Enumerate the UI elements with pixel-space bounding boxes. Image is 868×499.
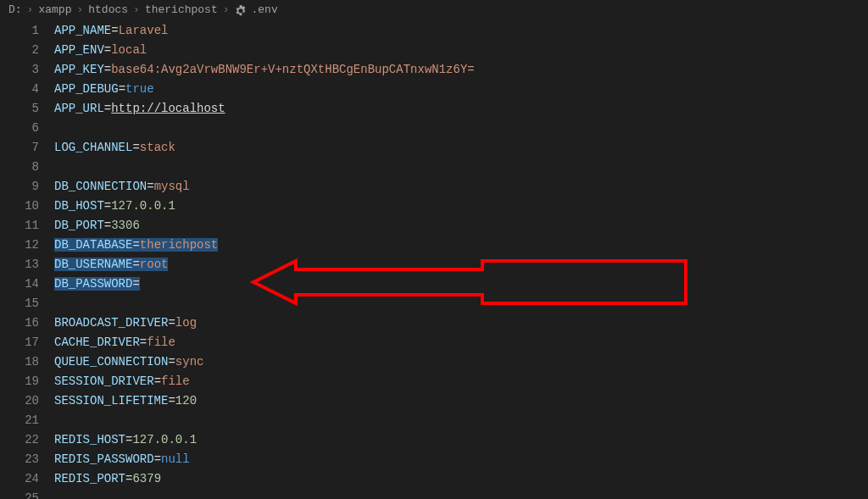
code-area[interactable]: APP_NAME=LaravelAPP_ENV=localAPP_KEY=bas…: [54, 22, 868, 500]
line-number: 10: [0, 197, 39, 217]
code-line[interactable]: REDIS_PORT=6379: [54, 470, 868, 490]
breadcrumb-item[interactable]: xampp: [38, 2, 71, 19]
env-value: file: [161, 374, 190, 388]
env-key: DB_CONNECTION: [54, 180, 147, 193]
line-number: 22: [0, 431, 39, 451]
chevron-right-icon: ›: [27, 2, 34, 19]
code-line[interactable]: QUEUE_CONNECTION=sync: [54, 353, 868, 373]
env-value: 127.0.0.1: [111, 199, 175, 213]
env-key: DB_DATABASE: [54, 238, 132, 252]
env-key: SESSION_DRIVER: [54, 374, 154, 388]
env-key: APP_DEBUG: [54, 82, 119, 96]
line-number: 8: [0, 158, 39, 178]
env-url: http://localhost: [111, 102, 225, 115]
env-value: =: [104, 63, 111, 76]
env-value: stack: [140, 141, 175, 154]
env-value: =: [154, 452, 161, 466]
env-value: mysql: [154, 180, 190, 193]
env-value: =: [104, 43, 111, 57]
line-number: 16: [0, 314, 39, 334]
env-value: base64:Avg2aVrwBNW9Er+V+nztQXtHBCgEnBupC…: [111, 63, 474, 76]
env-value: =: [132, 141, 139, 154]
env-value: =: [168, 394, 175, 408]
code-line[interactable]: SESSION_LIFETIME=120: [54, 392, 868, 412]
line-number: 3: [0, 61, 39, 80]
line-number: 5: [0, 100, 39, 119]
env-key: REDIS_PORT: [54, 472, 125, 485]
code-line[interactable]: DB_PASSWORD=: [54, 275, 868, 295]
env-value: =: [132, 258, 139, 271]
breadcrumb-item[interactable]: htdocs: [88, 2, 128, 19]
code-line[interactable]: APP_URL=http://localhost: [54, 100, 868, 119]
env-value: =: [168, 316, 175, 330]
env-key: DB_HOST: [54, 199, 104, 213]
env-key: LOG_CHANNEL: [54, 141, 132, 154]
env-key: REDIS_PASSWORD: [54, 452, 154, 466]
code-line[interactable]: REDIS_HOST=127.0.0.1: [54, 431, 868, 451]
env-value: local: [111, 43, 147, 57]
line-number: 21: [0, 412, 39, 431]
env-key: DB_PORT: [54, 219, 104, 232]
env-value: 3306: [111, 219, 140, 232]
code-line[interactable]: REDIS_PASSWORD=null: [54, 451, 868, 470]
env-value: sync: [175, 355, 204, 369]
env-value: therichpost: [140, 238, 218, 252]
line-number: 9: [0, 178, 39, 197]
code-line[interactable]: [54, 119, 868, 139]
code-line[interactable]: DB_DATABASE=therichpost: [54, 236, 868, 256]
breadcrumb: D: › xampp › htdocs › therichpost › .env: [0, 0, 868, 20]
breadcrumb-item[interactable]: .env: [252, 2, 278, 19]
code-line[interactable]: APP_ENV=local: [54, 42, 868, 61]
line-number: 4: [0, 80, 39, 100]
env-key: APP_URL: [54, 102, 104, 115]
env-value: =: [104, 199, 111, 213]
line-number: 7: [0, 139, 39, 158]
line-number: 19: [0, 373, 39, 392]
breadcrumb-item[interactable]: D:: [8, 2, 22, 19]
chevron-right-icon: ›: [133, 2, 140, 19]
env-value: null: [161, 452, 190, 466]
env-key: QUEUE_CONNECTION: [54, 355, 168, 369]
env-value: =: [147, 180, 153, 193]
env-value: =: [154, 374, 161, 388]
env-value: root: [140, 258, 169, 271]
code-line[interactable]: DB_USERNAME=root: [54, 256, 868, 275]
env-key: CACHE_DRIVER: [54, 335, 140, 349]
code-line[interactable]: DB_HOST=127.0.0.1: [54, 197, 868, 217]
env-value: 120: [175, 394, 197, 408]
code-line[interactable]: SESSION_DRIVER=file: [54, 373, 868, 392]
line-number: 11: [0, 217, 39, 236]
env-value: =: [119, 82, 125, 96]
code-line[interactable]: CACHE_DRIVER=file: [54, 334, 868, 353]
env-key: SESSION_LIFETIME: [54, 394, 168, 408]
line-number: 25: [0, 490, 39, 500]
code-line[interactable]: LOG_CHANNEL=stack: [54, 139, 868, 158]
code-line[interactable]: APP_NAME=Laravel: [54, 22, 868, 42]
env-key: APP_KEY: [54, 63, 104, 76]
code-line[interactable]: APP_KEY=base64:Avg2aVrwBNW9Er+V+nztQXtHB…: [54, 61, 868, 80]
code-line[interactable]: DB_PORT=3306: [54, 217, 868, 236]
env-value: Laravel: [119, 24, 169, 37]
line-number: 20: [0, 392, 39, 412]
code-line[interactable]: [54, 490, 868, 500]
line-number: 14: [0, 275, 39, 295]
env-value: true: [125, 82, 154, 96]
env-key: REDIS_HOST: [54, 433, 125, 446]
breadcrumb-item[interactable]: therichpost: [145, 2, 218, 19]
code-line[interactable]: DB_CONNECTION=mysql: [54, 178, 868, 197]
env-value: =: [132, 277, 139, 291]
env-value: 127.0.0.1: [132, 433, 197, 446]
env-value: file: [147, 335, 175, 349]
env-key: APP_ENV: [54, 43, 104, 57]
code-line[interactable]: [54, 412, 868, 431]
code-line[interactable]: BROADCAST_DRIVER=log: [54, 314, 868, 334]
line-number: 24: [0, 470, 39, 490]
code-editor[interactable]: 1234567891011121314151617181920212223242…: [0, 20, 868, 500]
env-value: 6379: [132, 472, 161, 485]
env-value: log: [175, 316, 197, 330]
code-line[interactable]: APP_DEBUG=true: [54, 80, 868, 100]
gear-icon: [235, 4, 247, 16]
code-line[interactable]: [54, 158, 868, 178]
code-line[interactable]: [54, 295, 868, 314]
line-number: 23: [0, 451, 39, 470]
